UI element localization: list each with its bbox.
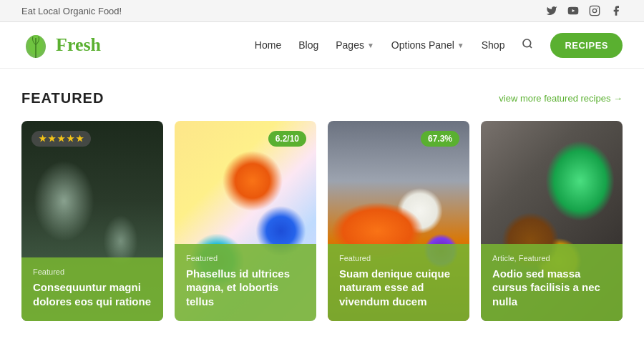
logo[interactable]: Fresh (21, 31, 101, 59)
cards-grid: ★ ★ ★ ★ ★ Featured Consequuntur magni do… (21, 121, 623, 321)
card-title-3: Suam denique cuique naturam esse ad vive… (339, 267, 458, 309)
main-nav: Home Blog Pages ▼ Options Panel ▼ Shop R… (255, 33, 623, 58)
card-overlay-2: Featured Phasellus id ultrices magna, et… (175, 244, 316, 322)
card-badge-stars: ★ ★ ★ ★ ★ (31, 131, 91, 147)
top-bar: Eat Local Organic Food! (0, 0, 644, 22)
main-content: FEATURED view more featured recipes → ★ … (0, 69, 644, 343)
nav-pages[interactable]: Pages ▼ (336, 39, 374, 51)
card-category-4: Article, Featured (492, 254, 611, 262)
nav-options-panel[interactable]: Options Panel ▼ (391, 39, 464, 51)
logo-leaf-icon (21, 31, 50, 59)
nav-blog[interactable]: Blog (298, 39, 318, 51)
instagram-icon[interactable] (588, 4, 601, 17)
card-title-4: Aodio sed massa cursus facilisis a nec n… (492, 267, 611, 309)
header: Fresh Home Blog Pages ▼ Options Panel ▼ … (0, 22, 644, 69)
svg-point-6 (523, 39, 531, 47)
card-overlay-3: Featured Suam denique cuique naturam ess… (328, 244, 469, 322)
nav-shop[interactable]: Shop (482, 39, 505, 51)
search-icon[interactable] (522, 38, 533, 52)
twitter-icon[interactable] (545, 4, 558, 17)
options-dropdown-arrow: ▼ (457, 41, 464, 49)
svg-rect-0 (590, 6, 599, 15)
featured-card-3[interactable]: 67.3% Featured Suam denique cuique natur… (328, 121, 469, 321)
featured-card-2[interactable]: 6.2/10 Featured Phasellus id ultrices ma… (175, 121, 316, 321)
featured-card-4[interactable]: Article, Featured Aodio sed massa cursus… (481, 121, 623, 321)
featured-title: FEATURED (21, 90, 104, 107)
card-overlay-4: Article, Featured Aodio sed massa cursus… (481, 244, 623, 322)
pages-dropdown-arrow: ▼ (367, 41, 374, 49)
card-overlay-1: Featured Consequuntur magni dolores eos … (21, 257, 163, 321)
youtube-icon[interactable] (567, 4, 580, 17)
recipes-button[interactable]: RECIPES (550, 33, 623, 58)
card-category-1: Featured (33, 267, 152, 276)
facebook-icon[interactable] (610, 4, 623, 17)
card-badge-percent: 67.3% (421, 131, 459, 147)
svg-point-2 (597, 8, 597, 9)
svg-line-7 (530, 46, 532, 48)
featured-card-1[interactable]: ★ ★ ★ ★ ★ Featured Consequuntur magni do… (21, 121, 163, 321)
card-title-2: Phasellus id ultrices magna, et lobortis… (186, 267, 305, 309)
view-more-link[interactable]: view more featured recipes → (499, 93, 623, 104)
card-category-2: Featured (186, 254, 305, 262)
logo-text: Fresh (56, 34, 101, 56)
svg-point-1 (592, 9, 596, 12)
card-category-3: Featured (339, 254, 458, 262)
top-bar-text: Eat Local Organic Food! (21, 6, 122, 16)
featured-header: FEATURED view more featured recipes → (21, 90, 623, 107)
nav-home[interactable]: Home (255, 39, 281, 51)
card-title-1: Consequuntur magni dolores eos qui ratio… (33, 280, 152, 308)
social-icons-group (545, 4, 623, 17)
card-badge-score: 6.2/10 (268, 131, 306, 147)
